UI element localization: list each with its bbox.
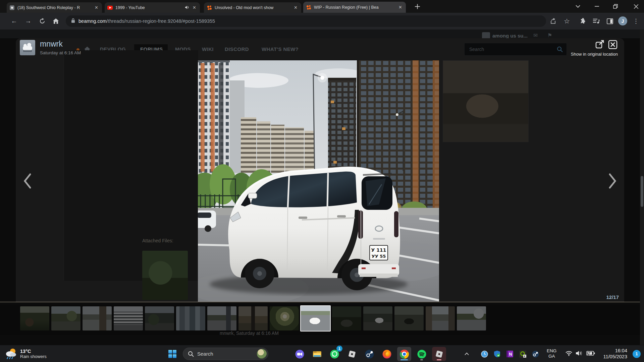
tab-close-icon[interactable]: ✕ (94, 5, 99, 10)
roblox-icon-active[interactable] (432, 347, 446, 361)
show-original-link[interactable]: Show in original location (551, 52, 618, 57)
dim-attachment-thumbnail[interactable] (142, 251, 188, 300)
clock-date[interactable]: 16:04 11/05/2023 (603, 348, 628, 360)
thumbnail-strip (0, 304, 644, 335)
thumbnail-dark-forest-road[interactable] (332, 306, 361, 330)
tab-youtube[interactable]: 1999 - YouTube ✕ (105, 2, 200, 13)
address-bar[interactable]: beamng.com/threads/russian-region-free.9… (66, 15, 546, 27)
thumbnail-forest-sunlight[interactable] (270, 306, 299, 330)
thumbnail-city-street[interactable] (426, 306, 455, 330)
wifi-icon[interactable] (565, 351, 573, 357)
profile-avatar[interactable]: J (618, 16, 627, 25)
user-menu[interactable]: among us su... (492, 33, 528, 39)
back-button[interactable]: ← (10, 17, 18, 25)
notification-badge[interactable]: 1 (633, 350, 641, 358)
lightbox-close-icon[interactable] (608, 40, 618, 50)
author-avatar[interactable] (20, 40, 35, 55)
battery-icon[interactable] (586, 351, 595, 357)
thumbnail-street-buildings[interactable] (457, 306, 486, 330)
spotify-icon[interactable] (415, 347, 429, 361)
dim-post-block (64, 50, 198, 281)
alerts-flag-icon[interactable]: ⚑ (547, 32, 552, 39)
tab-southwest-ohio[interactable]: (18) Southwest Ohio Roleplay - R ✕ (7, 2, 102, 13)
roblox-icon[interactable] (345, 347, 359, 361)
svg-text:N: N (509, 352, 512, 357)
open-original-icon[interactable] (595, 40, 605, 50)
thumbnail-dark-suv-yard[interactable] (394, 306, 424, 330)
thumbnail-white-van-parking[interactable] (300, 305, 331, 331)
thumbnail-apartment-building[interactable] (114, 306, 143, 330)
steam-icon[interactable] (362, 347, 376, 361)
tray-date: 11/05/2023 (603, 354, 628, 360)
language-indicator[interactable]: ENG GA (547, 348, 556, 359)
thumbnail-street-tower[interactable] (207, 306, 236, 330)
search-highlight-image[interactable] (257, 349, 267, 359)
video-chat-app-icon[interactable] (292, 347, 307, 361)
lightbox-photo[interactable]: У 111 УУ 55 (198, 60, 439, 302)
plate-line1: У 111 (371, 247, 386, 253)
image-caption: mnwrk, Saturday at 6:16 AM (220, 330, 279, 336)
tray-clock-app-icon[interactable] (480, 347, 489, 361)
kebab-menu-icon[interactable]: ⋮ (632, 17, 640, 25)
screen: (18) Southwest Ohio Roleplay - R ✕ 1999 … (0, 0, 644, 362)
taskbar-search[interactable]: Search (183, 348, 268, 360)
next-image-arrow[interactable] (606, 172, 619, 190)
tab-close-icon[interactable]: ✕ (192, 5, 197, 10)
whatsapp-icon[interactable]: 1 (327, 347, 341, 361)
side-panel-icon[interactable] (606, 17, 614, 25)
media-controls-icon[interactable] (592, 17, 600, 25)
nav-discord[interactable]: DISCORD (225, 46, 249, 52)
firefox-icon[interactable] (380, 347, 394, 361)
inbox-envelope-icon[interactable]: ✉ (533, 32, 538, 39)
volume-icon[interactable] (576, 350, 584, 358)
thumbnail-tower-blocks[interactable] (176, 306, 205, 330)
forward-button[interactable]: → (24, 17, 32, 25)
taskbar-search-placeholder: Search (197, 351, 257, 357)
padlock-icon[interactable] (71, 18, 75, 24)
tab-audio-icon[interactable] (185, 5, 190, 11)
new-tab-button[interactable] (411, 0, 423, 13)
roblox-running-indicator (437, 359, 441, 360)
steam-tray-icon[interactable] (531, 347, 540, 361)
onenote-icon[interactable]: N (505, 347, 515, 361)
tab-search-chevron-icon[interactable] (570, 0, 586, 13)
thumbnail-forest-cabin[interactable] (20, 306, 49, 330)
tray-chevron-icon[interactable] (462, 347, 472, 361)
thumbnail-pole-building[interactable] (238, 306, 268, 330)
post-time: Saturday at 6:16 AM (40, 50, 81, 55)
language-line2: GA (547, 354, 556, 359)
bookmark-star-icon[interactable]: ☆ (563, 17, 571, 25)
tab-unsolved-mod[interactable]: Unsolved - Old mod won't show ✕ (204, 2, 301, 13)
url-path: /threads/russian-region-free.92048/#post… (107, 18, 215, 24)
nav-whats-new[interactable]: WHAT'S NEW? (262, 46, 299, 52)
share-icon[interactable] (549, 17, 557, 25)
windows-security-icon[interactable] (492, 347, 502, 361)
dim-truck-image[interactable] (443, 60, 529, 142)
tab-close-icon[interactable]: ✕ (397, 4, 403, 10)
nav-wiki[interactable]: WIKI (202, 46, 214, 52)
window-restore-button[interactable] (608, 0, 623, 13)
window-close-button[interactable] (628, 0, 644, 13)
chrome-icon-active[interactable] (397, 347, 411, 361)
thumbnail-dark-buildings[interactable] (145, 306, 174, 330)
previous-image-arrow[interactable] (21, 172, 34, 190)
weather-widget[interactable]: 13°C Rain showers (5, 347, 47, 360)
tab-title: Unsolved - Old mod won't show (215, 5, 290, 10)
home-button[interactable] (52, 17, 60, 25)
file-explorer-icon[interactable] (310, 347, 324, 361)
page-scrollbar[interactable] (640, 29, 644, 345)
extensions-puzzle-icon[interactable] (579, 17, 587, 25)
tab-title: WIP - Russian Region (Free) | Bea (314, 5, 395, 10)
window-minimize-button[interactable] (589, 0, 604, 13)
tab-title: 1999 - YouTube (115, 5, 182, 10)
nvidia-settings-icon[interactable] (518, 347, 527, 361)
start-button[interactable] (165, 347, 179, 361)
thumbnail-road-overpass[interactable] (83, 306, 112, 330)
tab-russian-region-active[interactable]: WIP - Russian Region (Free) | Bea ✕ (303, 2, 406, 13)
thumbnail-white-car-rear[interactable] (363, 306, 392, 330)
scrollbar-thumb[interactable] (641, 176, 643, 207)
author-name[interactable]: mnwrk (40, 40, 63, 49)
thumbnail-street-garages[interactable] (51, 306, 80, 330)
tab-close-icon[interactable]: ✕ (293, 5, 299, 10)
reload-button[interactable] (38, 17, 46, 25)
